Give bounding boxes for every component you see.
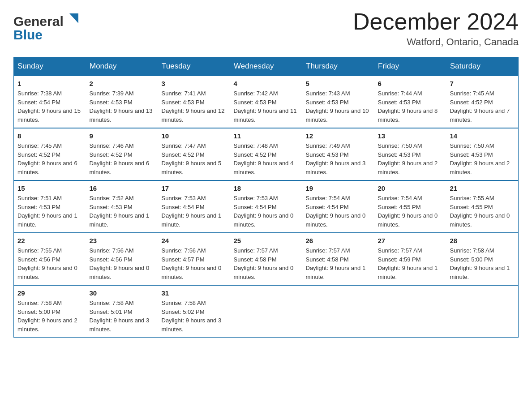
table-row: 30 Sunrise: 7:58 AM Sunset: 5:01 PM Dayl… [86, 285, 158, 338]
day-number: 13 [378, 132, 443, 140]
page-subtitle: Watford, Ontario, Canada [353, 36, 519, 48]
day-info: Sunrise: 7:51 AM Sunset: 4:53 PM Dayligh… [17, 194, 82, 229]
header-tuesday: Tuesday [158, 57, 230, 76]
day-number: 16 [90, 184, 154, 192]
calendar-week-row: 15 Sunrise: 7:51 AM Sunset: 4:53 PM Dayl… [14, 180, 519, 233]
svg-text:General: General [13, 14, 64, 29]
header-saturday: Saturday [446, 57, 519, 76]
table-row [446, 285, 519, 338]
day-info: Sunrise: 7:57 AM Sunset: 4:59 PM Dayligh… [378, 246, 443, 281]
day-number: 29 [17, 289, 82, 297]
day-info: Sunrise: 7:44 AM Sunset: 4:53 PM Dayligh… [378, 89, 443, 124]
calendar-week-row: 8 Sunrise: 7:45 AM Sunset: 4:52 PM Dayli… [14, 128, 519, 180]
table-row: 21 Sunrise: 7:55 AM Sunset: 4:55 PM Dayl… [446, 180, 519, 233]
day-number: 18 [234, 184, 299, 192]
day-number: 17 [162, 184, 227, 192]
table-row: 15 Sunrise: 7:51 AM Sunset: 4:53 PM Dayl… [14, 180, 86, 233]
day-number: 10 [162, 132, 227, 140]
calendar-table: Sunday Monday Tuesday Wednesday Thursday… [13, 57, 519, 338]
day-number: 4 [234, 80, 299, 87]
table-row: 31 Sunrise: 7:58 AM Sunset: 5:02 PM Dayl… [158, 285, 230, 338]
day-info: Sunrise: 7:58 AM Sunset: 5:01 PM Dayligh… [90, 299, 154, 334]
day-info: Sunrise: 7:38 AM Sunset: 4:54 PM Dayligh… [17, 89, 82, 124]
header-thursday: Thursday [302, 57, 374, 76]
page-title: December 2024 [353, 9, 519, 34]
svg-marker-1 [69, 13, 78, 23]
table-row: 29 Sunrise: 7:58 AM Sunset: 5:00 PM Dayl… [14, 285, 86, 338]
day-info: Sunrise: 7:57 AM Sunset: 4:58 PM Dayligh… [306, 246, 371, 281]
table-row: 18 Sunrise: 7:53 AM Sunset: 4:54 PM Dayl… [230, 180, 302, 233]
day-number: 31 [162, 289, 227, 297]
day-info: Sunrise: 7:50 AM Sunset: 4:53 PM Dayligh… [450, 141, 515, 176]
day-number: 9 [90, 132, 154, 140]
day-number: 27 [378, 237, 443, 244]
day-number: 12 [306, 132, 371, 140]
table-row: 13 Sunrise: 7:50 AM Sunset: 4:53 PM Dayl… [374, 128, 446, 180]
day-number: 11 [234, 132, 299, 140]
day-info: Sunrise: 7:48 AM Sunset: 4:52 PM Dayligh… [234, 141, 299, 176]
day-number: 24 [162, 237, 227, 244]
day-info: Sunrise: 7:53 AM Sunset: 4:54 PM Dayligh… [162, 194, 227, 229]
table-row: 20 Sunrise: 7:54 AM Sunset: 4:55 PM Dayl… [374, 180, 446, 233]
day-number: 1 [17, 80, 82, 87]
day-number: 21 [450, 184, 515, 192]
day-number: 8 [17, 132, 82, 140]
day-info: Sunrise: 7:47 AM Sunset: 4:52 PM Dayligh… [162, 141, 227, 176]
day-info: Sunrise: 7:55 AM Sunset: 4:55 PM Dayligh… [450, 194, 515, 229]
day-info: Sunrise: 7:49 AM Sunset: 4:53 PM Dayligh… [306, 141, 371, 176]
table-row: 24 Sunrise: 7:56 AM Sunset: 4:57 PM Dayl… [158, 233, 230, 285]
table-row: 9 Sunrise: 7:46 AM Sunset: 4:52 PM Dayli… [86, 128, 158, 180]
day-info: Sunrise: 7:56 AM Sunset: 4:57 PM Dayligh… [162, 246, 227, 281]
day-info: Sunrise: 7:46 AM Sunset: 4:52 PM Dayligh… [90, 141, 154, 176]
day-info: Sunrise: 7:45 AM Sunset: 4:52 PM Dayligh… [17, 141, 82, 176]
table-row: 28 Sunrise: 7:58 AM Sunset: 5:00 PM Dayl… [446, 233, 519, 285]
table-row: 27 Sunrise: 7:57 AM Sunset: 4:59 PM Dayl… [374, 233, 446, 285]
calendar-week-row: 22 Sunrise: 7:55 AM Sunset: 4:56 PM Dayl… [14, 233, 519, 285]
day-number: 23 [90, 237, 154, 244]
title-block: December 2024 Watford, Ontario, Canada [353, 9, 519, 48]
day-info: Sunrise: 7:39 AM Sunset: 4:53 PM Dayligh… [90, 89, 154, 124]
header-friday: Friday [374, 57, 446, 76]
table-row: 25 Sunrise: 7:57 AM Sunset: 4:58 PM Dayl… [230, 233, 302, 285]
table-row: 8 Sunrise: 7:45 AM Sunset: 4:52 PM Dayli… [14, 128, 86, 180]
day-info: Sunrise: 7:42 AM Sunset: 4:53 PM Dayligh… [234, 89, 299, 124]
table-row: 6 Sunrise: 7:44 AM Sunset: 4:53 PM Dayli… [374, 76, 446, 128]
table-row [302, 285, 374, 338]
calendar-header-row: Sunday Monday Tuesday Wednesday Thursday… [14, 57, 519, 76]
table-row: 19 Sunrise: 7:54 AM Sunset: 4:54 PM Dayl… [302, 180, 374, 233]
day-number: 14 [450, 132, 515, 140]
day-number: 30 [90, 289, 154, 297]
table-row: 7 Sunrise: 7:45 AM Sunset: 4:52 PM Dayli… [446, 76, 519, 128]
logo: General Blue [13, 9, 92, 43]
day-info: Sunrise: 7:56 AM Sunset: 4:56 PM Dayligh… [90, 246, 154, 281]
day-number: 7 [450, 80, 515, 87]
day-number: 19 [306, 184, 371, 192]
table-row: 11 Sunrise: 7:48 AM Sunset: 4:52 PM Dayl… [230, 128, 302, 180]
table-row: 4 Sunrise: 7:42 AM Sunset: 4:53 PM Dayli… [230, 76, 302, 128]
page-header: General Blue December 2024 Watford, Onta… [13, 9, 519, 48]
day-info: Sunrise: 7:45 AM Sunset: 4:52 PM Dayligh… [450, 89, 515, 124]
table-row: 3 Sunrise: 7:41 AM Sunset: 4:53 PM Dayli… [158, 76, 230, 128]
svg-text:Blue: Blue [13, 27, 43, 42]
day-info: Sunrise: 7:41 AM Sunset: 4:53 PM Dayligh… [162, 89, 227, 124]
table-row: 14 Sunrise: 7:50 AM Sunset: 4:53 PM Dayl… [446, 128, 519, 180]
table-row: 5 Sunrise: 7:43 AM Sunset: 4:53 PM Dayli… [302, 76, 374, 128]
day-number: 25 [234, 237, 299, 244]
day-info: Sunrise: 7:54 AM Sunset: 4:55 PM Dayligh… [378, 194, 443, 229]
day-number: 6 [378, 80, 443, 87]
day-info: Sunrise: 7:52 AM Sunset: 4:53 PM Dayligh… [90, 194, 154, 229]
day-number: 5 [306, 80, 371, 87]
day-number: 28 [450, 237, 515, 244]
table-row: 16 Sunrise: 7:52 AM Sunset: 4:53 PM Dayl… [86, 180, 158, 233]
table-row: 12 Sunrise: 7:49 AM Sunset: 4:53 PM Dayl… [302, 128, 374, 180]
day-info: Sunrise: 7:58 AM Sunset: 5:02 PM Dayligh… [162, 299, 227, 334]
table-row: 10 Sunrise: 7:47 AM Sunset: 4:52 PM Dayl… [158, 128, 230, 180]
table-row: 17 Sunrise: 7:53 AM Sunset: 4:54 PM Dayl… [158, 180, 230, 233]
day-info: Sunrise: 7:57 AM Sunset: 4:58 PM Dayligh… [234, 246, 299, 281]
day-number: 26 [306, 237, 371, 244]
day-number: 15 [17, 184, 82, 192]
day-info: Sunrise: 7:54 AM Sunset: 4:54 PM Dayligh… [306, 194, 371, 229]
day-number: 3 [162, 80, 227, 87]
day-info: Sunrise: 7:55 AM Sunset: 4:56 PM Dayligh… [17, 246, 82, 281]
day-info: Sunrise: 7:58 AM Sunset: 5:00 PM Dayligh… [450, 246, 515, 281]
